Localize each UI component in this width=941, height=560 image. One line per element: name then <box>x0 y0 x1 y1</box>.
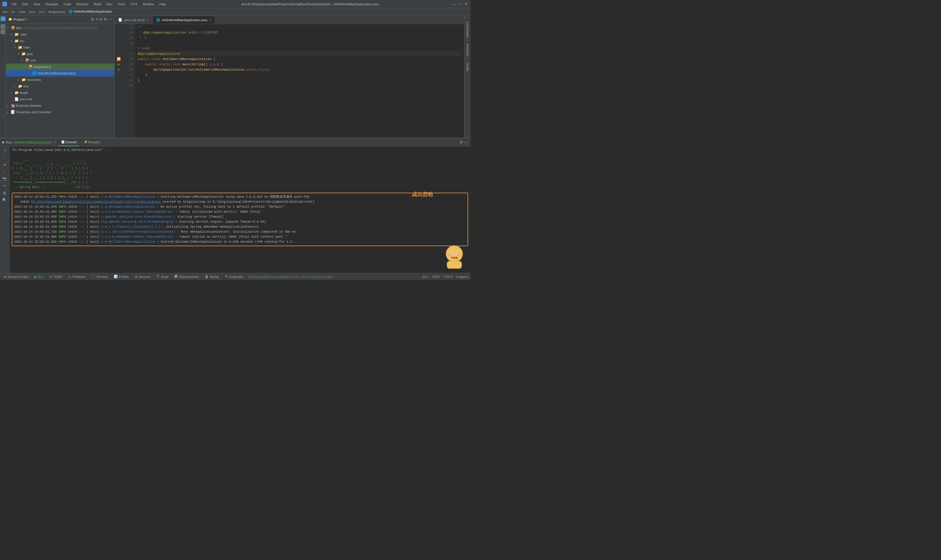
svg-text:辛苦啦: 辛苦啦 <box>451 257 458 259</box>
menu-bar[interactable]: File Edit View Navigate Code Refactor Bu… <box>9 2 168 6</box>
close-panel-icon[interactable]: — <box>108 17 112 22</box>
project-panel-actions[interactable]: ⚙ ≡ ⊟ ⚙ — <box>91 17 112 22</box>
window-controls[interactable]: — □ ✕ <box>452 2 468 6</box>
code-line-17: @SpringBootApplication <box>138 51 462 57</box>
svg-point-3 <box>451 252 452 253</box>
status-run[interactable]: ▶ Run <box>33 275 45 278</box>
menu-window[interactable]: Window <box>140 2 157 6</box>
tree-item-src[interactable]: ▾ 📁 src <box>6 38 114 44</box>
tree-item-ext-libs[interactable]: ▸ 📚 External Libraries <box>6 102 114 109</box>
minimize-panel-icon[interactable]: — <box>464 140 468 145</box>
menu-view[interactable]: View <box>31 2 43 6</box>
breadcrumb-item[interactable]: com <box>38 10 45 14</box>
tree-item-resources[interactable]: ▸ 📁 resources <box>6 77 114 83</box>
status-profiler[interactable]: 📊 Profiler <box>112 275 130 278</box>
java-command-line: "D:\Program Files\Java\jdk1.8.0_333\bin\… <box>12 148 468 153</box>
sync-icon[interactable]: ⚙ <box>91 17 94 22</box>
menu-navigate[interactable]: Navigate <box>43 2 60 6</box>
tree-item-helloworldmain[interactable]: 🌐 HelloWorldMainApplication <box>6 70 114 77</box>
line-ending[interactable]: CRLF <box>432 275 440 278</box>
tree-item-scratches[interactable]: ▸ 📝 Scratches and Consoles <box>6 109 114 115</box>
filter-icon[interactable]: ⊟ <box>99 17 102 22</box>
screenshot-button[interactable]: 📷 <box>2 176 8 182</box>
menu-tools[interactable]: Tools <box>115 2 128 6</box>
console-area: ↺ ↑ ■ ↓ 📷 ↵ 🗑 🔍 "D:\Program Files\Java\j… <box>0 146 470 273</box>
log-entry-8: 2022-10-14 15:02:31.896 INFO 16828 --- [… <box>14 234 466 239</box>
breadcrumb-item[interactable]: src <box>11 10 15 14</box>
status-endpoints[interactable]: 🔌 Endpoints <box>223 275 245 278</box>
menu-edit[interactable]: Edit <box>20 2 30 6</box>
code-line-14: * @SpringBootApplication 未标注一个主程序类 <box>138 30 462 35</box>
console-content[interactable]: "D:\Program Files\Java\jdk1.8.0_333\bin\… <box>9 146 470 273</box>
menu-run[interactable]: Run <box>104 2 115 6</box>
code-content[interactable]: /* * @SpringBootApplication 未标注一个主程序类 * … <box>135 24 464 138</box>
tree-item-test[interactable]: ▾ 📦 test D:\DingJiaxiong\IdeaProjects\Sp… <box>6 25 114 31</box>
breadcrumb-item[interactable]: main <box>19 10 26 14</box>
scroll-up-button[interactable]: ↑ <box>2 155 8 161</box>
breadcrumb-item[interactable]: java <box>29 10 35 14</box>
tree-item-idea[interactable]: ▸ 📁 .idea <box>6 31 114 38</box>
wrap-button[interactable]: ↵ <box>2 183 8 189</box>
breadcrumb: test › src › main › java › com › dingjia… <box>0 8 470 15</box>
close-tab-pom[interactable]: ✕ <box>146 18 149 22</box>
indent[interactable]: 4 spaces <box>456 275 468 278</box>
menu-help[interactable]: Help <box>157 2 169 6</box>
status-dependencies[interactable]: 📦 Dependencies <box>172 275 201 278</box>
bookmark-icon[interactable] <box>1 29 5 34</box>
encoding[interactable]: UTF-8 <box>443 275 452 278</box>
right-sidebar: Notifications Database Maven <box>464 15 470 138</box>
tree-item-main[interactable]: ▾ 📁 main <box>6 44 114 51</box>
breadcrumb-item[interactable]: dingjiaxiong <box>48 10 65 14</box>
tree-item-target[interactable]: ▸ 📁 target <box>6 89 114 96</box>
database-panel-label[interactable]: Database <box>466 43 469 56</box>
menu-file[interactable]: File <box>9 2 19 6</box>
status-todo[interactable]: ☑ TODO <box>48 275 64 278</box>
stop-button[interactable]: ■ <box>2 162 8 168</box>
menu-refactor[interactable]: Refactor <box>74 2 91 6</box>
settings-icon[interactable]: ⚙ <box>460 140 463 145</box>
tab-console[interactable]: 📋 Console <box>58 138 79 146</box>
sort-icon[interactable]: ≡ <box>95 17 98 22</box>
tab-helloworldmain[interactable]: 🌐 HelloWorldMainApplication.java ✕ <box>152 16 215 24</box>
status-services[interactable]: ⚙ Services <box>133 275 152 278</box>
code-line-21: } <box>138 72 462 78</box>
breadcrumb-item[interactable]: test <box>2 10 8 14</box>
tree-item-test[interactable]: ▸ 📁 test <box>6 83 114 89</box>
log-entry-3: 2022-10-14 15:02:31.655 INFO 16828 --- [… <box>14 209 466 214</box>
settings-icon[interactable]: ⚙ <box>103 17 107 22</box>
rerun-button[interactable]: ↺ <box>2 148 8 154</box>
project-panel-header: 📁 Project ▾ ⚙ ≡ ⊟ ⚙ — <box>6 15 114 23</box>
bottom-section: ▶ Run: HelloWorldMainApplication ✕ 📋 Con… <box>0 138 470 273</box>
tab-pomxml[interactable]: 📄 pom.xml (test) ✕ <box>115 16 152 24</box>
structure-icon[interactable] <box>1 24 5 29</box>
maximize-button[interactable]: □ <box>458 2 462 6</box>
menu-build[interactable]: Build <box>92 2 103 6</box>
status-version-control[interactable]: ⑆ Version Control <box>2 275 30 278</box>
notifications-panel-label[interactable]: Notifications <box>466 22 469 37</box>
maven-panel-label[interactable]: Maven <box>466 62 469 71</box>
cursor-position[interactable]: 20:1 <box>422 275 428 278</box>
status-bar: ⑆ Version Control ▶ Run ☑ TODO ⚠ Problem… <box>0 273 470 280</box>
menu-code[interactable]: Code <box>61 2 74 6</box>
status-problems[interactable]: ⚠ Problems <box>66 275 87 278</box>
tree-item-java[interactable]: ▾ 📁 java <box>6 51 114 57</box>
tree-item-dingjiaxiong[interactable]: ▾ 📦 dingjiaxiong <box>6 63 114 70</box>
clear-button[interactable]: 🗑 <box>2 190 8 196</box>
tree-item-com[interactable]: ▾ 📦 com <box>6 57 114 63</box>
breadcrumb-item[interactable]: 🌐 HelloWorldMainApplication <box>69 10 112 14</box>
status-build[interactable]: 🔨 Build <box>155 275 170 278</box>
menu-vcs[interactable]: VCS <box>128 2 140 6</box>
status-spring[interactable]: 🍃 Spring <box>203 275 220 278</box>
scroll-down-button[interactable]: ↓ <box>2 169 8 175</box>
minimize-button[interactable]: — <box>452 2 457 6</box>
spring-banner: . ____ _ __ _ _ /\\ / ___'_ __ _ _(_)_ _… <box>12 154 468 191</box>
close-tab-main[interactable]: ✕ <box>209 18 211 22</box>
status-terminal[interactable]: ⬛ Terminal <box>90 275 110 278</box>
close-button[interactable]: ✕ <box>463 2 468 6</box>
project-icon[interactable] <box>1 17 5 21</box>
filter-button[interactable]: 🔍 <box>2 197 8 203</box>
code-line-20: SpringApplication.run(HelloWorldMainAppl… <box>138 67 462 72</box>
code-line-22: } <box>138 78 462 83</box>
tree-item-pomxml[interactable]: 📄 pom.xml <box>6 96 114 102</box>
tab-actuator[interactable]: ⚡ Actuator <box>81 138 102 146</box>
